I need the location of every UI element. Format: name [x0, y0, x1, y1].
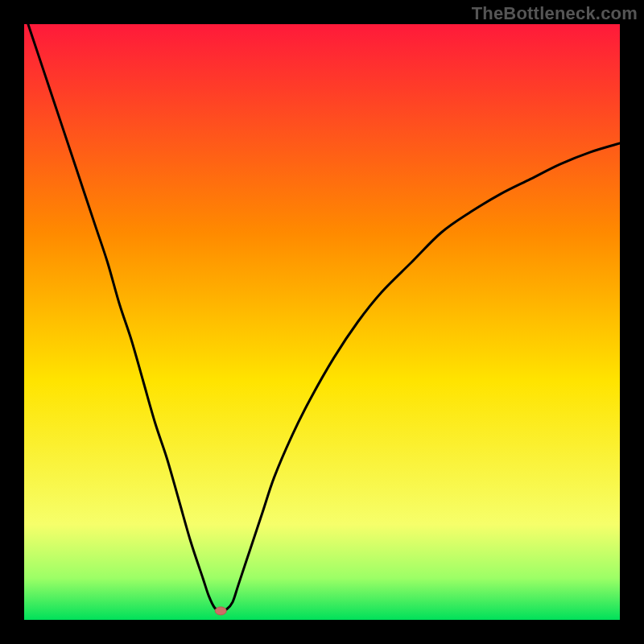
optimum-marker	[215, 607, 226, 615]
gradient-background	[24, 24, 620, 620]
plot-area	[24, 24, 620, 620]
chart-svg	[24, 24, 620, 620]
watermark-text: TheBottleneck.com	[472, 3, 638, 24]
chart-frame: TheBottleneck.com	[0, 0, 644, 644]
